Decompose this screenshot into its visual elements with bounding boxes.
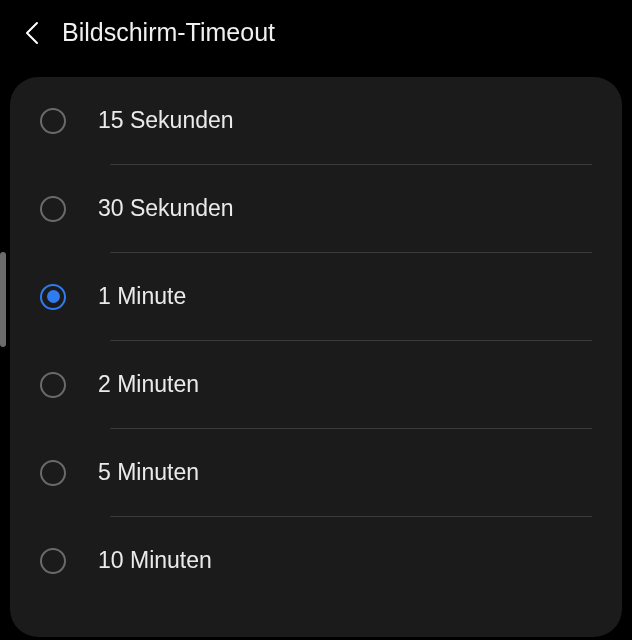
option-15-sekunden[interactable]: 15 Sekunden [40,77,592,164]
scroll-indicator[interactable] [0,252,6,347]
radio-icon [40,196,66,222]
option-10-minuten[interactable]: 10 Minuten [40,517,592,604]
options-panel: 15 Sekunden 30 Sekunden 1 Minute 2 Minut… [10,77,622,637]
page-title: Bildschirm-Timeout [62,18,275,47]
radio-icon [40,372,66,398]
header-bar: Bildschirm-Timeout [0,0,632,69]
option-30-sekunden[interactable]: 30 Sekunden [40,165,592,252]
option-label: 1 Minute [98,283,186,310]
radio-icon-selected [40,284,66,310]
option-label: 15 Sekunden [98,107,234,134]
radio-icon [40,460,66,486]
option-list: 15 Sekunden 30 Sekunden 1 Minute 2 Minut… [10,77,622,604]
option-label: 30 Sekunden [98,195,234,222]
radio-icon [40,548,66,574]
option-1-minute[interactable]: 1 Minute [40,253,592,340]
back-icon[interactable] [20,21,44,45]
option-label: 2 Minuten [98,371,199,398]
option-5-minuten[interactable]: 5 Minuten [40,429,592,516]
option-2-minuten[interactable]: 2 Minuten [40,341,592,428]
option-label: 5 Minuten [98,459,199,486]
option-label: 10 Minuten [98,547,212,574]
radio-icon [40,108,66,134]
